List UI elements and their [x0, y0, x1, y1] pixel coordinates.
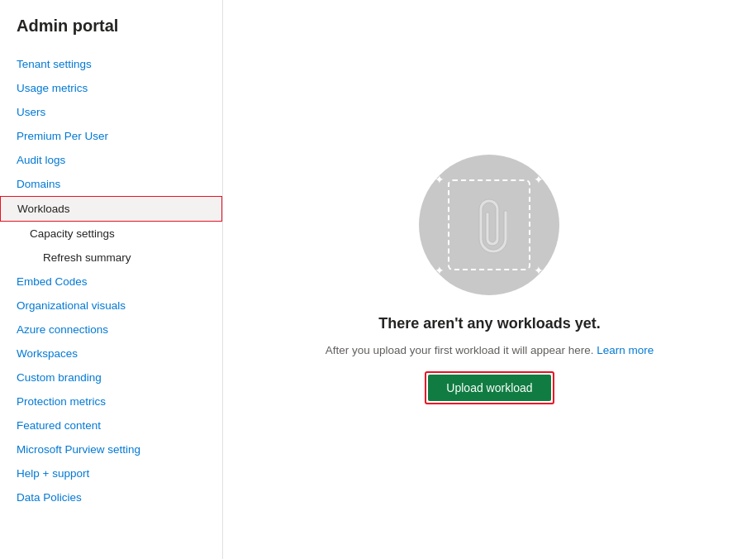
page-title: Admin portal: [0, 17, 222, 52]
sidebar-item-capacity-settings[interactable]: Capacity settings: [0, 222, 222, 246]
empty-title: There aren't any workloads yet.: [378, 315, 600, 332]
paperclip-icon: [471, 194, 507, 256]
upload-button-wrapper: Upload workload: [425, 371, 554, 404]
spark-br-icon: ✦: [534, 264, 544, 277]
sidebar-item-workloads[interactable]: Workloads: [0, 196, 222, 222]
empty-description: After you upload your first workload it …: [326, 344, 654, 356]
sidebar-item-protection-metrics[interactable]: Protection metrics: [0, 389, 222, 413]
dashed-box: ✦ ✦ ✦ ✦: [448, 179, 530, 270]
sidebar-item-premium-per-user[interactable]: Premium Per User: [0, 124, 222, 148]
learn-more-link[interactable]: Learn more: [597, 344, 654, 356]
spark-tr-icon: ✦: [534, 173, 544, 186]
sidebar-item-azure-connections[interactable]: Azure connections: [0, 318, 222, 342]
sidebar-item-refresh-summary[interactable]: Refresh summary: [0, 246, 222, 270]
sidebar: Admin portal Tenant settingsUsage metric…: [0, 0, 223, 559]
main-content: ✦ ✦ ✦ ✦ There aren't any workloads yet. …: [223, 0, 756, 559]
sidebar-item-data-policies[interactable]: Data Policies: [0, 485, 222, 509]
sidebar-item-featured-content[interactable]: Featured content: [0, 413, 222, 437]
sidebar-item-users[interactable]: Users: [0, 100, 222, 124]
sidebar-item-tenant-settings[interactable]: Tenant settings: [0, 52, 222, 76]
sidebar-item-domains[interactable]: Domains: [0, 172, 222, 196]
empty-desc-text: After you upload your first workload it …: [326, 344, 594, 356]
sidebar-item-embed-codes[interactable]: Embed Codes: [0, 270, 222, 294]
empty-illustration: ✦ ✦ ✦ ✦: [419, 155, 559, 295]
sidebar-item-custom-branding[interactable]: Custom branding: [0, 366, 222, 389]
sidebar-item-audit-logs[interactable]: Audit logs: [0, 148, 222, 172]
sidebar-item-microsoft-purview[interactable]: Microsoft Purview setting: [0, 437, 222, 461]
sidebar-item-organizational-visuals[interactable]: Organizational visuals: [0, 294, 222, 318]
sidebar-item-help-support[interactable]: Help + support: [0, 461, 222, 485]
empty-state: ✦ ✦ ✦ ✦ There aren't any workloads yet. …: [326, 155, 654, 404]
sidebar-item-usage-metrics[interactable]: Usage metrics: [0, 76, 222, 100]
upload-workload-button[interactable]: Upload workload: [428, 375, 550, 401]
sidebar-item-workspaces[interactable]: Workspaces: [0, 342, 222, 366]
spark-bl-icon: ✦: [435, 264, 445, 277]
spark-tl-icon: ✦: [435, 173, 445, 186]
